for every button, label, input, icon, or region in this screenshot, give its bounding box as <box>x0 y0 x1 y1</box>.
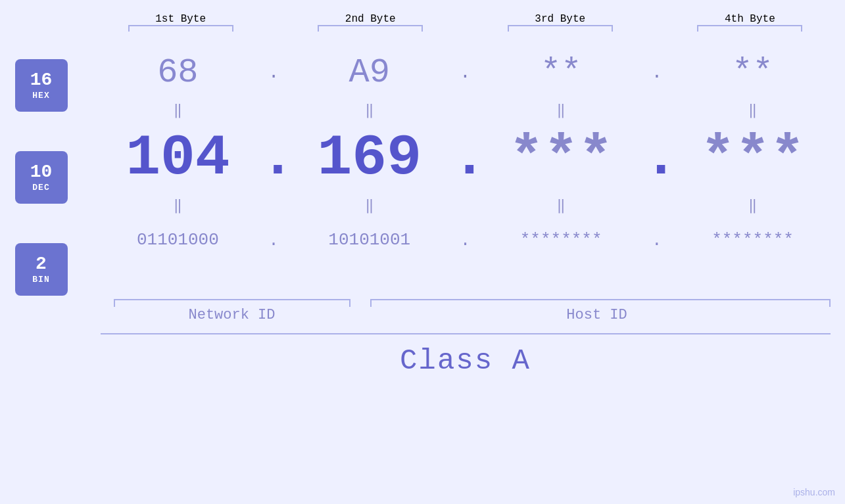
eq-1: ‖ <box>105 101 250 119</box>
badges-column: 16 HEX 10 DEC 2 BIN <box>15 39 101 296</box>
eq-row-2: ‖ ‖ ‖ ‖ <box>101 194 831 217</box>
byte-label-1: 1st Byte <box>155 13 206 25</box>
bin-val-1: 01101000 <box>137 230 219 250</box>
byte-header-2: 2nd Byte <box>298 13 443 26</box>
bin-cell-3: ******** <box>489 230 633 250</box>
hex-val-4: ** <box>732 53 773 92</box>
eq-6: ‖ <box>297 196 442 214</box>
hex-dot-2: . <box>452 62 478 83</box>
byte-header-3: 3rd Byte <box>488 13 633 26</box>
bin-dot-sym-3: . <box>652 231 662 250</box>
bin-row: 01101000 . 10101001 . ******** . <box>101 217 831 263</box>
hex-dot-1: . <box>260 62 287 83</box>
hex-badge-unit: HEX <box>32 91 49 101</box>
dec-row: 104 . 169 . *** . *** <box>101 122 831 194</box>
hex-row: 68 . A9 . ** . ** <box>101 46 831 99</box>
bin-val-2: 10101001 <box>328 230 410 250</box>
bin-dot-3: . <box>644 230 670 250</box>
dec-cell-4: *** <box>681 126 825 191</box>
bin-val-3: ******** <box>520 230 602 250</box>
dec-dot-3: . <box>644 126 670 191</box>
byte-header-4: 4th Byte <box>677 13 822 26</box>
bin-dot-sym-2: . <box>460 231 471 250</box>
host-bracket-line <box>370 299 831 300</box>
eq-row-1: ‖ ‖ ‖ ‖ <box>101 99 831 122</box>
bin-dot-1: . <box>260 230 287 250</box>
bracket-3 <box>508 25 613 26</box>
hex-cell-4: ** <box>681 53 825 92</box>
dec-val-3: *** <box>509 126 613 191</box>
bin-dot-sym-1: . <box>268 231 279 250</box>
dec-dot-sym-3: . <box>644 126 679 191</box>
dec-val-2: 169 <box>318 126 422 191</box>
dec-dot-sym-1: . <box>260 126 295 191</box>
class-section: Class A <box>101 333 831 377</box>
dec-val-1: 104 <box>126 126 229 191</box>
dec-badge-number: 10 <box>30 162 53 183</box>
hex-val-3: ** <box>541 53 581 92</box>
dec-badge: 10 DEC <box>15 151 68 204</box>
dec-val-4: *** <box>700 126 804 191</box>
id-labels-row: Network ID Host ID <box>101 307 831 323</box>
brackets-row <box>101 299 831 300</box>
dec-dot-1: . <box>260 126 287 191</box>
hex-cell-1: 68 <box>105 53 250 92</box>
hex-val-1: 68 <box>157 53 198 92</box>
byte-headers: 1st Byte 2nd Byte 3rd Byte 4th Byte <box>104 13 827 26</box>
network-id-label: Network ID <box>101 307 364 323</box>
bin-dot-2: . <box>452 230 478 250</box>
hex-cell-2: A9 <box>297 53 442 92</box>
hex-badge: 16 HEX <box>15 59 68 112</box>
dec-cell-2: 169 <box>297 126 442 191</box>
bin-cell-1: 01101000 <box>105 230 250 250</box>
byte-label-4: 4th Byte <box>725 13 775 25</box>
dec-cell-1: 104 <box>105 126 250 191</box>
net-bracket-line <box>114 299 350 300</box>
hex-dot-3: . <box>644 62 670 83</box>
eq-4: ‖ <box>681 101 825 119</box>
dec-cell-3: *** <box>489 126 633 191</box>
main-container: 1st Byte 2nd Byte 3rd Byte 4th Byte 16 H… <box>0 0 845 504</box>
eq-7: ‖ <box>489 196 633 214</box>
eq-3: ‖ <box>489 101 633 119</box>
bracket-4 <box>697 25 802 26</box>
bin-badge-unit: BIN <box>32 275 49 285</box>
dec-badge-unit: DEC <box>32 183 49 193</box>
bin-badge-number: 2 <box>36 254 47 275</box>
values-grid: 68 . A9 . ** . ** <box>101 39 831 296</box>
main-area: 16 HEX 10 DEC 2 BIN 68 . <box>15 39 831 296</box>
hex-badge-number: 16 <box>30 70 53 91</box>
bracket-1 <box>128 25 233 26</box>
bin-val-4: ******** <box>712 230 794 250</box>
network-bracket <box>101 299 364 300</box>
dec-dot-2: . <box>452 126 478 191</box>
host-id-label: Host ID <box>364 307 831 323</box>
hex-val-2: A9 <box>349 53 390 92</box>
bracket-2 <box>318 25 423 26</box>
bin-cell-4: ******** <box>681 230 825 250</box>
eq-5: ‖ <box>105 196 250 214</box>
byte-label-3: 3rd Byte <box>535 13 585 25</box>
eq-8: ‖ <box>681 196 825 214</box>
hex-cell-3: ** <box>489 53 633 92</box>
host-bracket <box>364 299 831 300</box>
byte-label-2: 2nd Byte <box>345 13 396 25</box>
bin-badge: 2 BIN <box>15 243 68 296</box>
watermark: ipshu.com <box>793 487 835 497</box>
bottom-section: Network ID Host ID <box>101 299 831 323</box>
eq-2: ‖ <box>297 101 442 119</box>
byte-header-1: 1st Byte <box>109 13 253 26</box>
class-label: Class A <box>400 344 531 377</box>
dec-dot-sym-2: . <box>452 126 487 191</box>
bin-cell-2: 10101001 <box>297 230 442 250</box>
